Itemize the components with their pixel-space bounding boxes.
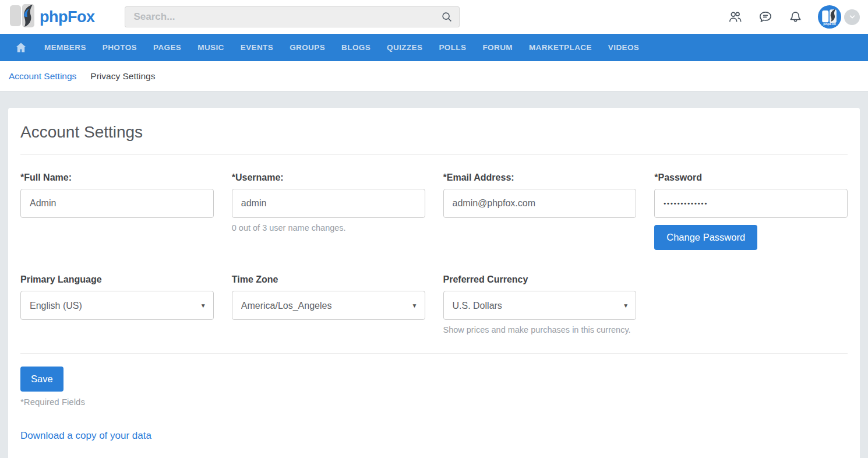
nav-item-events[interactable]: EVENTS [235,34,279,61]
search-input[interactable] [133,11,440,23]
preferred-currency-label: Preferred Currency [443,274,637,285]
field-time-zone: Time Zone America/Los_Angeles ▼ [232,274,425,334]
nav-item-music[interactable]: MUSIC [192,34,230,61]
password-label: *Password [654,172,848,183]
nav-item-videos[interactable]: VIDEOS [602,34,645,61]
nav-item-forum[interactable]: FORUM [477,34,518,61]
time-zone-label: Time Zone [232,274,425,285]
currency-help-text: Show prices and make purchases in this c… [443,325,637,334]
full-name-label: *Full Name: [20,172,214,183]
account-area: phpFox [818,5,860,29]
field-password: *Password Change Password [654,172,848,250]
tab-account-settings[interactable]: Account Settings [9,71,82,82]
password-field[interactable] [654,189,848,218]
nav-item-groups[interactable]: GROUPS [284,34,331,61]
main-content: Account Settings *Full Name: *Username: … [0,91,868,458]
primary-language-select[interactable]: English (US) [20,291,214,320]
nav-item-members[interactable]: MEMBERS [38,34,92,61]
settings-subnav: Account Settings Privacy Settings [0,61,868,91]
svg-text:phpFox: phpFox [823,22,836,26]
phpfox-logo-icon [9,3,36,30]
full-name-input[interactable] [20,189,214,218]
field-preferred-currency: Preferred Currency U.S. Dollars ▼ Show p… [443,274,637,334]
save-row: Save *Required Fields [20,367,848,407]
messages-icon[interactable] [758,9,773,24]
notifications-icon[interactable] [788,10,803,24]
primary-language-label: Primary Language [20,274,214,285]
tab-privacy-settings[interactable]: Privacy Settings [85,71,160,82]
empty-cell [654,274,848,334]
account-settings-card: Account Settings *Full Name: *Username: … [8,108,860,458]
field-email: *Email Address: [443,172,637,250]
home-icon[interactable] [6,41,36,55]
field-primary-language: Primary Language English (US) ▼ [20,274,214,334]
friends-icon[interactable] [728,9,743,24]
email-label: *Email Address: [443,172,637,183]
search-icon[interactable] [440,10,453,23]
nav-item-polls[interactable]: POLLS [433,34,472,61]
brand-name: phpFox [40,8,94,26]
email-field[interactable] [443,189,637,218]
username-label: *Username: [232,172,425,183]
preferred-currency-select[interactable]: U.S. Dollars [443,291,637,320]
account-menu-chevron-icon[interactable] [844,9,860,25]
nav-item-marketplace[interactable]: MARKETPLACE [523,34,598,61]
top-header: phpFox [0,0,868,34]
nav-item-pages[interactable]: PAGES [147,34,187,61]
time-zone-select[interactable]: America/Los_Angeles [232,291,425,320]
phpfox-logo[interactable]: phpFox [9,3,94,30]
account-settings-form: *Full Name: *Username: 0 out of 3 user n… [20,172,848,334]
username-help-text: 0 out of 3 user name changes. [232,223,425,232]
header-actions: phpFox [728,5,860,29]
username-input[interactable] [232,189,425,218]
nav-item-photos[interactable]: PHOTOS [97,34,143,61]
main-navigation: MEMBERS PHOTOS PAGES MUSIC EVENTS GROUPS… [0,34,868,61]
form-divider [20,353,848,354]
required-fields-note: *Required Fields [20,397,848,407]
download-data-link[interactable]: Download a copy of your data [20,430,151,442]
global-search [125,6,460,27]
nav-item-blogs[interactable]: BLOGS [336,34,376,61]
card-header: Account Settings [20,108,848,155]
save-button[interactable]: Save [20,367,63,392]
nav-item-quizzes[interactable]: QUIZZES [381,34,428,61]
page-title: Account Settings [20,123,848,142]
change-password-button[interactable]: Change Password [654,225,757,250]
field-username: *Username: 0 out of 3 user name changes. [232,172,425,250]
avatar[interactable]: phpFox [818,5,841,29]
field-full-name: *Full Name: [20,172,214,250]
